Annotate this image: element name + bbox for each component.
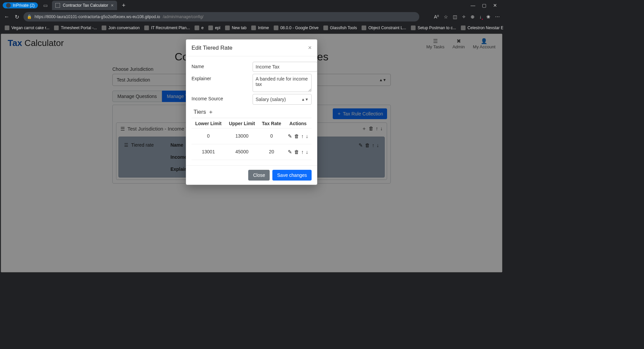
address-bar[interactable]: 🔒 https://8000-laura10101-contractorta-g… xyxy=(23,12,419,21)
bookmark-icon xyxy=(251,26,256,30)
bookmark-item[interactable]: Join conversation xyxy=(102,26,140,30)
tier-upper: 45000 xyxy=(225,144,259,160)
bookmark-label: epl xyxy=(215,26,220,30)
lock-icon: 🔒 xyxy=(27,14,32,19)
bookmark-label: e xyxy=(201,26,204,30)
delete-icon[interactable]: 🗑 xyxy=(294,133,299,139)
bookmark-item[interactable]: 08.0.0 - Google Drive xyxy=(274,26,319,30)
bookmark-label: New tab xyxy=(232,26,247,30)
inprivate-label: InPrivate (2) xyxy=(13,3,35,8)
edit-tiered-rate-modal: Edit Tiered Rate × Name Explainer Income… xyxy=(186,39,317,185)
star-icon[interactable]: ☆ xyxy=(444,14,448,19)
tier-rate: 20 xyxy=(259,144,284,160)
modal-close-icon[interactable]: × xyxy=(308,44,312,51)
maximize-icon[interactable]: ▢ xyxy=(482,3,486,8)
window-controls: — ▢ ✕ xyxy=(471,3,500,8)
bookmark-item[interactable]: Celestron Nexstar E... xyxy=(461,26,503,30)
bookmark-label: IT Recruitment Plan... xyxy=(151,26,190,30)
reader-icon[interactable]: A⁰ xyxy=(434,14,439,19)
modal-header: Edit Tiered Rate × xyxy=(186,40,317,56)
bookmark-label: 08.0.0 - Google Drive xyxy=(280,26,319,30)
bookmark-icon xyxy=(5,26,9,30)
tab-strip: InPrivate (2) ▭ Contractor Tax Calculato… xyxy=(0,0,503,11)
move-up-icon[interactable]: ↑ xyxy=(301,149,304,155)
income-source-label: Income Source xyxy=(192,94,249,101)
refresh-icon[interactable]: ↻ xyxy=(13,14,20,20)
close-tab-icon[interactable]: × xyxy=(111,3,114,8)
bookmark-icon xyxy=(195,26,199,30)
tab-title: Contractor Tax Calculator xyxy=(63,3,108,8)
close-button[interactable]: Close xyxy=(248,170,270,181)
name-label: Name xyxy=(192,62,249,69)
bookmark-icon xyxy=(54,26,59,30)
url-path: /admin/manage/config/ xyxy=(163,14,203,19)
collections-icon[interactable]: ⊕ xyxy=(471,14,475,19)
col-lower-limit: Lower Limit xyxy=(192,119,225,129)
bookmark-item[interactable]: New tab xyxy=(225,26,247,30)
new-tab-button[interactable]: + xyxy=(119,2,128,9)
bookmark-label: Glassfish Tools xyxy=(330,26,357,30)
favorites-icon[interactable]: ✧ xyxy=(462,14,466,19)
browser-chrome: InPrivate (2) ▭ Contractor Tax Calculato… xyxy=(0,0,503,33)
explainer-input[interactable] xyxy=(253,74,312,92)
bookmark-label: Timesheet Portal -... xyxy=(61,26,97,30)
move-down-icon[interactable]: ↓ xyxy=(306,149,308,155)
bookmarks-bar: Vegan carrot cake r... Timesheet Portal … xyxy=(0,23,503,33)
bookmark-label: Intime xyxy=(258,26,269,30)
bookmark-item[interactable]: IT Recruitment Plan... xyxy=(144,26,190,30)
bookmark-item[interactable]: Timesheet Portal -... xyxy=(54,26,97,30)
name-input[interactable] xyxy=(253,62,317,72)
tier-rate: 0 xyxy=(259,129,284,144)
tab-actions-icon[interactable]: ▭ xyxy=(41,1,49,9)
more-icon[interactable]: ⋯ xyxy=(495,14,500,19)
bookmark-icon xyxy=(461,26,466,30)
bookmark-item[interactable]: Intime xyxy=(251,26,269,30)
edit-icon[interactable]: ✎ xyxy=(288,133,292,139)
tier-lower: 0 xyxy=(192,129,225,144)
close-window-icon[interactable]: ✕ xyxy=(493,3,497,8)
modal-title: Edit Tiered Rate xyxy=(192,45,232,51)
save-changes-button[interactable]: Save changes xyxy=(272,170,312,181)
page: Tax Calculator ☰My Tasks ✖Admin 👤My Acco… xyxy=(1,34,502,272)
move-up-icon[interactable]: ↑ xyxy=(301,133,304,139)
tiers-heading-row: Tiers ＋ xyxy=(192,108,312,118)
tier-row: 13001 45000 20 ✎ 🗑 ↑ ↓ xyxy=(192,144,312,160)
bookmark-label: Celestron Nexstar E... xyxy=(468,26,503,30)
url-host: https://8000-laura10101-contractorta-g5o… xyxy=(35,14,160,19)
bookmark-label: Setup Postman to c... xyxy=(418,26,456,30)
chevron-updown-icon: ▲▼ xyxy=(301,97,309,101)
bookmark-item[interactable]: e xyxy=(195,26,204,30)
bookmark-label: Object Constraint L... xyxy=(368,26,406,30)
back-icon[interactable]: ← xyxy=(3,14,10,20)
edit-icon[interactable]: ✎ xyxy=(288,149,292,155)
tiers-table: Lower Limit Upper Limit Tax Rate Actions… xyxy=(192,119,312,160)
inprivate-icon xyxy=(6,3,11,8)
inprivate-badge: InPrivate (2) xyxy=(3,2,38,8)
move-down-icon[interactable]: ↓ xyxy=(306,133,308,139)
bookmark-icon xyxy=(102,26,106,30)
bookmark-icon xyxy=(411,26,416,30)
extensions-icon[interactable]: ❀ xyxy=(486,14,490,19)
bookmark-label: Join conversation xyxy=(108,26,140,30)
toolbar: ← ↻ 🔒 https://8000-laura10101-contractor… xyxy=(0,11,503,23)
add-tier-icon[interactable]: ＋ xyxy=(208,108,214,116)
downloads-icon[interactable]: ↓ xyxy=(479,14,482,19)
tier-upper: 13000 xyxy=(225,129,259,144)
tab-active[interactable]: Contractor Tax Calculator × xyxy=(52,1,117,10)
bookmark-item[interactable]: Vegan carrot cake r... xyxy=(5,26,49,30)
bookmark-item[interactable]: epl xyxy=(208,26,220,30)
explainer-label: Explainer xyxy=(192,74,249,81)
income-source-select[interactable]: Salary (salary) ▲▼ xyxy=(253,94,312,105)
modal-body: Name Explainer Income Source Salary (sal… xyxy=(186,56,317,165)
minimize-icon[interactable]: — xyxy=(471,3,475,8)
bookmark-icon xyxy=(144,26,149,30)
delete-icon[interactable]: 🗑 xyxy=(294,149,299,155)
bookmark-item[interactable]: Setup Postman to c... xyxy=(411,26,456,30)
split-icon[interactable]: ◫ xyxy=(453,14,457,19)
page-icon xyxy=(55,3,60,8)
bookmark-item[interactable]: Glassfish Tools xyxy=(323,26,357,30)
bookmark-icon xyxy=(362,26,366,30)
bookmark-item[interactable]: Object Constraint L... xyxy=(362,26,406,30)
bookmark-icon xyxy=(274,26,278,30)
bookmark-icon xyxy=(208,26,213,30)
